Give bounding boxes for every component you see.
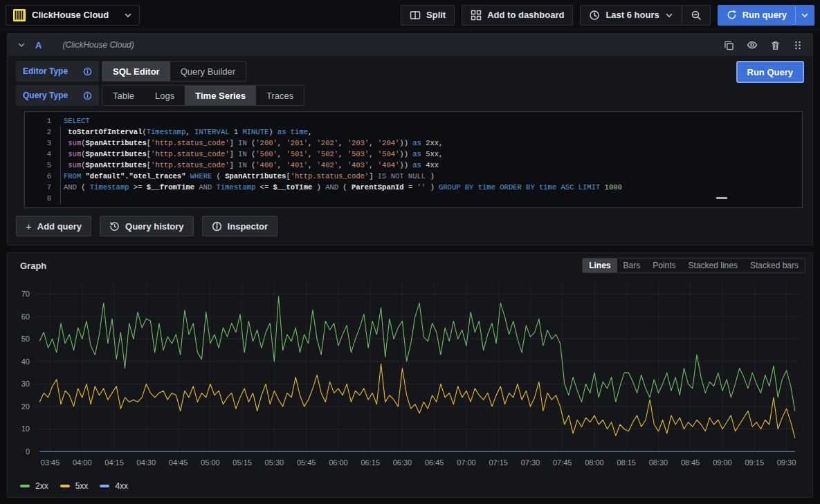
svg-text:06:45: 06:45 [425, 458, 444, 467]
query-type-option-time-series[interactable]: Time Series [185, 86, 256, 105]
mode-tab-stacked-lines[interactable]: Stacked lines [682, 259, 744, 272]
svg-text:50: 50 [21, 335, 30, 343]
svg-text:09:00: 09:00 [713, 458, 732, 467]
refresh-icon [727, 10, 737, 20]
svg-text:06:00: 06:00 [329, 458, 348, 467]
svg-text:08:45: 08:45 [681, 458, 700, 467]
editor-scrollbar[interactable] [716, 197, 727, 199]
run-query-group: Run query [718, 5, 814, 26]
history-icon [109, 221, 120, 232]
svg-text:06:30: 06:30 [393, 458, 412, 467]
run-query-button[interactable]: Run query [718, 5, 796, 26]
query-type-option-logs[interactable]: Logs [145, 86, 185, 105]
timeseries-chart[interactable]: 01020304050607003:4504:0004:1504:3004:45… [15, 276, 805, 478]
toolbar-actions: Split Add to dashboard Last 6 hours Run … [401, 5, 814, 26]
inspector-button[interactable]: Inspector [202, 216, 278, 236]
chevron-down-icon [665, 11, 673, 19]
graph-title: Graph [20, 261, 46, 271]
time-controls: Last 6 hours [580, 5, 710, 26]
sql-code: +1SELECT2 toStartOfInterval(Timestamp, I… [25, 115, 802, 204]
query-header-actions [724, 39, 803, 50]
trash-icon[interactable] [770, 40, 781, 50]
mode-tab-points[interactable]: Points [646, 259, 682, 272]
legend-label: 4xx [115, 481, 128, 491]
run-query-label: Run query [742, 10, 787, 20]
split-icon [410, 10, 421, 21]
svg-text:09:30: 09:30 [777, 458, 796, 467]
editor-type-option-sql-editor[interactable]: SQL Editor [102, 62, 170, 81]
editor-type-row: Editor Type SQL Editor Query Builder [16, 61, 304, 82]
editor-type-label-chip: Editor Type [16, 61, 99, 82]
svg-text:20: 20 [21, 402, 30, 411]
zoom-out-icon [691, 10, 702, 21]
svg-text:04:30: 04:30 [137, 458, 156, 467]
svg-text:60: 60 [21, 312, 30, 321]
editor-type-toggle: SQL Editor Query Builder [102, 61, 246, 82]
editor-type-option-query-builder[interactable]: Query Builder [170, 62, 246, 81]
query-type-label-chip: Query Type [16, 85, 99, 106]
info-icon[interactable] [83, 91, 92, 100]
drag-handle-icon[interactable] [793, 40, 803, 50]
query-row-header[interactable]: A (ClickHouse Cloud) [8, 34, 812, 56]
split-label: Split [426, 10, 446, 20]
svg-text:03:45: 03:45 [41, 458, 60, 467]
indent-guide [60, 127, 61, 204]
query-ref-id: A [35, 40, 42, 50]
legend-label: 5xx [75, 481, 89, 491]
chevron-down-icon [124, 11, 132, 19]
legend-item-5xx[interactable]: 5xx [60, 481, 89, 491]
mode-tab-lines[interactable]: Lines [583, 259, 617, 272]
sql-editor[interactable]: +1SELECT2 toStartOfInterval(Timestamp, I… [24, 111, 803, 208]
info-icon[interactable] [83, 67, 92, 76]
graph-mode-tabs: Lines Bars Points Stacked lines Stacked … [582, 258, 805, 273]
query-datasource-hint: (ClickHouse Cloud) [62, 40, 134, 50]
svg-text:09:15: 09:15 [745, 458, 764, 467]
add-to-dashboard-label: Add to dashboard [487, 10, 564, 20]
query-type-label: Query Type [23, 91, 68, 100]
chevron-down-icon [801, 11, 809, 19]
chart-legend: 2xx5xx4xx [8, 478, 812, 497]
add-query-button[interactable]: + Add query [16, 216, 91, 236]
query-history-button[interactable]: Query history [100, 216, 194, 236]
add-to-dashboard-button[interactable]: Add to dashboard [462, 5, 573, 26]
legend-item-2xx[interactable]: 2xx [20, 481, 48, 491]
split-button[interactable]: Split [401, 5, 455, 26]
svg-text:05:00: 05:00 [201, 458, 220, 467]
zoom-out-button[interactable] [682, 5, 711, 26]
query-type-option-traces[interactable]: Traces [256, 86, 304, 105]
run-query-panel-button[interactable]: Run Query [736, 61, 804, 83]
svg-text:08:15: 08:15 [617, 458, 636, 467]
svg-text:04:45: 04:45 [169, 458, 188, 467]
svg-text:04:00: 04:00 [73, 458, 92, 467]
query-controls: Editor Type SQL Editor Query Builder Que… [8, 56, 812, 107]
query-history-label: Query history [125, 221, 184, 232]
top-toolbar: ClickHouse Cloud Split Add to dashboard … [0, 0, 820, 30]
query-type-row: Query Type Table Logs Time Series Traces [16, 85, 304, 106]
mode-tab-stacked-bars[interactable]: Stacked bars [744, 259, 805, 272]
svg-text:08:30: 08:30 [649, 458, 668, 467]
time-range-label: Last 6 hours [605, 10, 659, 20]
query-footer-buttons: + Add query Query history Inspector [8, 208, 812, 245]
duplicate-icon[interactable] [724, 40, 734, 50]
mode-tab-bars[interactable]: Bars [617, 259, 647, 272]
collapse-chevron-icon[interactable] [17, 41, 26, 49]
svg-text:0: 0 [26, 447, 30, 456]
graph-panel: Graph Lines Bars Points Stacked lines St… [7, 252, 813, 498]
svg-text:07:30: 07:30 [521, 458, 540, 467]
time-range-picker[interactable]: Last 6 hours [580, 5, 682, 26]
datasource-name: ClickHouse Cloud [32, 10, 118, 20]
svg-text:08:00: 08:00 [585, 458, 604, 467]
query-type-option-table[interactable]: Table [102, 86, 145, 105]
graph-header: Graph Lines Bars Points Stacked lines St… [8, 253, 812, 274]
plus-icon: + [26, 221, 32, 232]
svg-text:30: 30 [21, 380, 30, 388]
add-query-label: Add query [37, 221, 82, 232]
run-query-dropdown[interactable] [795, 5, 814, 26]
svg-text:05:30: 05:30 [265, 458, 284, 467]
legend-item-4xx[interactable]: 4xx [100, 481, 128, 491]
clickhouse-logo-icon [13, 9, 26, 21]
svg-text:07:45: 07:45 [553, 458, 572, 467]
datasource-picker[interactable]: ClickHouse Cloud [6, 5, 140, 26]
legend-label: 2xx [35, 481, 48, 491]
eye-icon[interactable] [747, 39, 758, 50]
